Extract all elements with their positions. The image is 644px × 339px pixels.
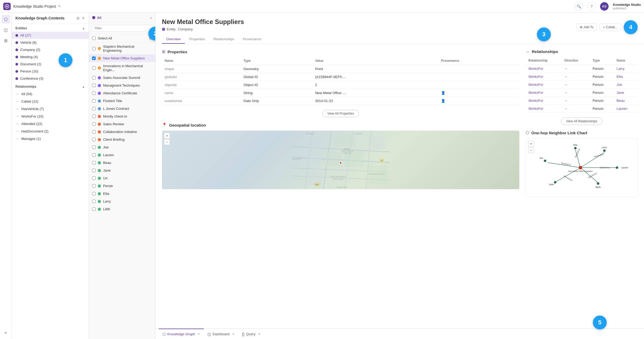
rel-name[interactable]: WorksFor <box>526 97 562 105</box>
item-checkbox[interactable] <box>92 200 96 203</box>
layers-icon[interactable]: ◫ <box>2 26 10 34</box>
list-item[interactable]: Staplers Mechanical Engineering <box>89 43 155 54</box>
list-item[interactable]: L Jones Contract <box>89 105 155 112</box>
provenance-icon[interactable]: 👤 <box>441 91 445 95</box>
network-zoom-out[interactable]: − <box>528 147 534 153</box>
view-all-relationships-btn[interactable]: View All Relationships <box>561 118 602 125</box>
item-checkbox[interactable] <box>92 47 96 50</box>
view-all-properties-btn[interactable]: View All Properties <box>322 110 359 117</box>
item-checkbox[interactable] <box>92 122 96 126</box>
tab-relationships[interactable]: Relationships <box>209 35 238 44</box>
list-item[interactable]: Innovations in Mechanical Engin... <box>89 62 155 74</box>
rel-name[interactable]: WorksFor <box>526 105 562 113</box>
item-checkbox[interactable] <box>92 169 96 172</box>
list-item[interactable]: Client Briefing <box>89 136 155 143</box>
item-checkbox[interactable] <box>92 146 96 149</box>
rel-person[interactable]: Jane <box>614 89 638 97</box>
list-item[interactable]: Etta <box>89 190 155 197</box>
list-item[interactable]: Lauren <box>89 151 155 159</box>
list-item[interactable]: Sales Associate Summit <box>89 74 155 82</box>
list-item[interactable]: Managment Techniques <box>89 82 155 89</box>
tab-dashboard[interactable]: ◫ Dashboard ✕ <box>204 329 238 339</box>
add-to-button[interactable]: ⊞ Add To <box>576 23 597 31</box>
filter-input[interactable] <box>92 25 153 32</box>
entities-chevron[interactable]: ▲ <box>82 27 85 30</box>
item-checkbox[interactable] <box>92 66 96 70</box>
rel-name[interactable]: WorksFor <box>526 65 562 73</box>
sidebar-item-hasvehicle[interactable]: → HasVehicle (7) <box>12 105 89 112</box>
item-checkbox[interactable] <box>92 84 96 87</box>
grid-icon[interactable]: ⊞ <box>2 36 10 45</box>
sidebar-item-vehicle[interactable]: Vehicle (6) <box>12 39 89 46</box>
item-checkbox[interactable] <box>92 91 96 95</box>
tab-query[interactable]: {} Query ✕ <box>238 329 264 339</box>
graph-icon[interactable]: ⬡ <box>2 15 10 23</box>
list-item[interactable]: Joe <box>89 143 155 151</box>
kg-tab-close[interactable]: ✕ <box>198 332 200 336</box>
search-button[interactable]: 🔍 <box>574 2 583 11</box>
item-checkbox[interactable] <box>92 184 96 188</box>
rel-name[interactable]: WorksFor <box>526 73 562 81</box>
rel-name[interactable]: WorksFor <box>526 89 562 97</box>
sidebar-item-conference[interactable]: Conference (3) <box>12 75 89 82</box>
sidebar-item-hasdocument[interactable]: → HasDocument (2) <box>12 127 89 135</box>
list-item[interactable]: Persie <box>89 182 155 190</box>
item-checkbox[interactable] <box>92 57 96 60</box>
list-item[interactable]: Jane <box>89 167 155 174</box>
provenance-icon[interactable]: 👤 <box>441 99 445 103</box>
query-tab-close[interactable]: ✕ <box>258 332 260 336</box>
network-graph[interactable]: + − <box>526 138 638 197</box>
list-item[interactable]: Sales Review <box>89 120 155 128</box>
relationships-chevron[interactable]: ▲ <box>82 85 85 88</box>
sidebar-item-called[interactable]: → Called (12) <box>12 98 89 105</box>
collapse-left-icon[interactable]: » <box>2 328 10 337</box>
collapse-panel-btn[interactable]: » <box>150 15 152 20</box>
list-item[interactable]: Larry <box>89 197 155 205</box>
list-item[interactable]: Montly check-in <box>89 112 155 120</box>
item-checkbox[interactable] <box>92 176 96 180</box>
help-button[interactable]: ? <box>587 2 596 11</box>
new-tab-icon[interactable]: ⊞ <box>76 16 80 20</box>
edit-icon[interactable]: ✎ <box>58 4 61 8</box>
list-item[interactable]: New Metal Office Suppliers <box>89 54 155 62</box>
tab-provenance[interactable]: Provenance <box>238 35 265 44</box>
list-item[interactable]: Attendance Certificate <box>89 89 155 97</box>
user-avatar[interactable]: KS <box>600 2 609 11</box>
select-all-checkbox[interactable] <box>92 37 96 40</box>
item-checkbox[interactable] <box>92 153 96 157</box>
item-checkbox[interactable] <box>92 207 96 211</box>
map-zoom-out[interactable]: − <box>164 139 170 145</box>
map-zoom-in[interactable]: + <box>164 133 170 139</box>
dash-tab-close[interactable]: ✕ <box>232 332 235 336</box>
list-item[interactable]: Firebird Title <box>89 97 155 105</box>
sidebar-item-company[interactable]: Company (2) <box>12 46 89 53</box>
item-checkbox[interactable] <box>92 130 96 134</box>
list-item[interactable]: Uri <box>89 174 155 182</box>
app-logo[interactable] <box>3 3 11 10</box>
list-item[interactable]: Beau <box>89 159 155 167</box>
rel-person[interactable]: Etta <box>614 73 638 81</box>
rel-name[interactable]: WorksFor <box>526 81 562 89</box>
sidebar-item-worksfor[interactable]: → WorksFor (10) <box>12 112 89 120</box>
item-checkbox[interactable] <box>92 138 96 141</box>
sidebar-item-all-rels[interactable]: → All (54) <box>12 90 89 98</box>
list-item[interactable]: Collaboration initiative <box>89 128 155 136</box>
item-checkbox[interactable] <box>92 76 96 79</box>
rel-person[interactable]: Lauren <box>614 105 638 113</box>
item-checkbox[interactable] <box>92 99 96 103</box>
rel-person[interactable]: Larry <box>614 65 638 73</box>
close-sidebar-icon[interactable]: ✕ <box>82 16 85 20</box>
sidebar-item-all-entities[interactable]: All (27) <box>12 32 89 39</box>
rel-person[interactable]: Beau <box>614 97 638 105</box>
collab-button[interactable]: » Collab... <box>600 23 621 31</box>
item-checkbox[interactable] <box>92 115 96 118</box>
rel-person[interactable]: Joe <box>614 81 638 89</box>
list-item[interactable]: Lilith <box>89 205 155 213</box>
tab-properties[interactable]: Properties <box>185 35 209 44</box>
geo-map[interactable]: W Clay St N 3rd St Marshall St New York … <box>162 131 519 189</box>
tab-overview[interactable]: Overview <box>162 35 185 44</box>
item-checkbox[interactable] <box>92 161 96 164</box>
sidebar-item-manages[interactable]: → Manages (1) <box>12 135 89 142</box>
sidebar-item-person[interactable]: Person (10) <box>12 68 89 75</box>
item-checkbox[interactable] <box>92 107 96 110</box>
